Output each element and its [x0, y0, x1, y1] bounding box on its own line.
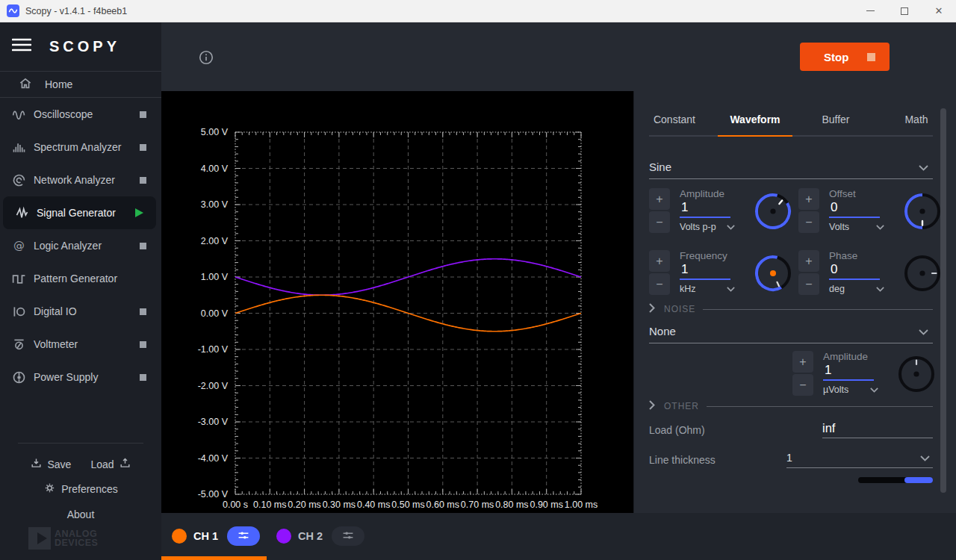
gear-icon — [43, 482, 56, 497]
channel-2-color-dot — [276, 529, 291, 544]
amplitude-decrement-button[interactable]: − — [649, 211, 670, 233]
oscilloscope-icon — [10, 107, 27, 122]
load-icon — [119, 457, 131, 472]
noise-amplitude-increment-button[interactable]: + — [792, 351, 813, 373]
preferences-button[interactable]: Preferences — [0, 482, 161, 497]
stop-indicator[interactable] — [140, 144, 146, 151]
window-titlebar: Scopy - v1.4.1 - f4beeb1 ✕ — [0, 0, 956, 22]
frequency-decrement-button[interactable]: − — [649, 273, 670, 295]
phase-control: + − Phase 0 deg — [798, 250, 942, 296]
load-label: Load (Ohm) — [649, 424, 705, 436]
frequency-unit-select[interactable]: kHz — [680, 284, 735, 294]
about-link[interactable]: About — [0, 508, 161, 520]
offset-value-input[interactable]: 0 — [829, 199, 880, 218]
sidebar-item-logic-analyzer[interactable]: @ Logic Analyzer — [0, 229, 161, 262]
amplitude-knob[interactable] — [754, 192, 792, 231]
svg-text:0.20 ms: 0.20 ms — [288, 500, 320, 510]
svg-text:-5.00 V: -5.00 V — [198, 489, 229, 500]
stop-indicator-square — [867, 53, 875, 61]
stop-indicator[interactable] — [140, 243, 146, 249]
svg-text:1.00 V: 1.00 V — [201, 272, 229, 282]
stop-indicator[interactable] — [140, 308, 146, 315]
phase-decrement-button[interactable]: − — [798, 273, 819, 295]
noise-section-header[interactable]: NOISE — [649, 302, 933, 316]
noise-amplitude-unit-select[interactable]: µVolts — [823, 385, 878, 395]
other-section-header[interactable]: OTHER — [649, 399, 933, 413]
frequency-knob[interactable] — [754, 254, 792, 293]
channel-2-tab[interactable]: CH 2 — [276, 526, 364, 546]
channel-bar: CH 1 CH 2 — [161, 513, 956, 560]
info-icon[interactable] — [198, 49, 214, 69]
channel-2-settings-button[interactable] — [332, 526, 364, 546]
active-channel-underline — [161, 556, 267, 560]
running-indicator[interactable] — [135, 208, 143, 217]
noise-amplitude-value-input[interactable]: 1 — [823, 362, 874, 381]
amplitude-value-input[interactable]: 1 — [680, 199, 730, 218]
noise-amplitude-knob[interactable] — [897, 355, 936, 393]
network-analyzer-icon — [10, 172, 27, 188]
tab-constant[interactable]: Constant — [634, 105, 715, 134]
menu-hamburger-icon[interactable] — [12, 38, 31, 55]
sidebar-item-home[interactable]: Home — [0, 71, 161, 98]
home-icon — [18, 76, 33, 93]
window-title: Scopy - v1.4.1 - f4beeb1 — [25, 6, 127, 16]
sidebar-item-oscilloscope[interactable]: Oscilloscope — [0, 98, 161, 131]
load-button[interactable]: Load — [90, 457, 131, 472]
tab-buffer[interactable]: Buffer — [795, 105, 876, 134]
load-value-input[interactable]: inf — [822, 421, 933, 438]
stop-indicator[interactable] — [140, 177, 146, 184]
digital-io-icon — [10, 304, 27, 320]
frequency-increment-button[interactable]: + — [649, 250, 670, 272]
waveform-tabs: Constant Waveform Buffer Math — [634, 105, 956, 134]
signal-plot[interactable]: 5.00 V4.00 V3.00 V2.00 V1.00 V0.00 V-1.0… — [161, 91, 633, 513]
sidebar-item-pattern-generator[interactable]: Pattern Generator — [0, 262, 161, 295]
minimize-button[interactable] — [853, 0, 887, 22]
amplitude-increment-button[interactable]: + — [649, 188, 670, 210]
phase-unit-select[interactable]: deg — [829, 284, 884, 294]
channel-1-settings-button[interactable] — [227, 526, 260, 546]
noise-amplitude-decrement-button[interactable]: − — [792, 374, 813, 396]
svg-text:0.70 ms: 0.70 ms — [461, 500, 494, 510]
scopy-logo: SCOPY — [49, 38, 120, 55]
tab-waveform[interactable]: Waveform — [715, 105, 795, 134]
waveform-type-select[interactable]: Sine — [649, 155, 933, 179]
sidebar: SCOPY Home Oscilloscope Spectrum Analyze… — [0, 22, 161, 560]
spectrum-analyzer-icon — [10, 140, 27, 155]
chevron-down-icon — [727, 284, 735, 294]
analog-devices-icon — [28, 527, 51, 550]
phase-knob[interactable] — [903, 254, 942, 293]
sidebar-item-power-supply[interactable]: Power Supply — [0, 361, 161, 393]
offset-unit-select[interactable]: Volts — [829, 222, 884, 232]
close-button[interactable]: ✕ — [922, 0, 956, 22]
sidebar-item-network-analyzer[interactable]: Network Analyzer — [0, 164, 161, 196]
phase-value-input[interactable]: 0 — [829, 261, 880, 280]
horizontal-slider-track[interactable] — [858, 477, 933, 483]
sidebar-item-spectrum-analyzer[interactable]: Spectrum Analyzer — [0, 131, 161, 164]
stop-button[interactable]: Stop — [800, 43, 890, 71]
stop-indicator[interactable] — [140, 111, 146, 118]
sidebar-divider — [18, 443, 143, 444]
channel-1-color-dot — [172, 529, 187, 544]
offset-increment-button[interactable]: + — [798, 188, 819, 210]
phase-increment-button[interactable]: + — [798, 250, 819, 272]
svg-text:0.10 ms: 0.10 ms — [253, 500, 286, 510]
sidebar-item-voltmeter[interactable]: Voltmeter — [0, 328, 161, 361]
channel-1-tab[interactable]: CH 1 — [172, 526, 260, 546]
stop-indicator[interactable] — [140, 341, 146, 348]
offset-decrement-button[interactable]: − — [798, 211, 819, 233]
frequency-value-input[interactable]: 1 — [680, 261, 730, 280]
sidebar-item-digital-io[interactable]: Digital IO — [0, 295, 161, 328]
amplitude-unit-select[interactable]: Volts p-p — [680, 222, 735, 232]
signal-generator-icon — [13, 205, 30, 221]
offset-knob[interactable] — [903, 192, 942, 231]
chevron-down-icon — [919, 161, 928, 173]
maximize-button[interactable] — [887, 0, 922, 22]
chevron-down-icon — [920, 452, 930, 464]
line-thickness-select[interactable]: 1 — [786, 452, 933, 468]
horizontal-slider-handle[interactable] — [904, 477, 933, 483]
sidebar-item-signal-generator[interactable]: Signal Generator — [3, 196, 156, 229]
stop-indicator[interactable] — [140, 374, 146, 381]
panel-scrollbar[interactable] — [940, 108, 946, 493]
save-button[interactable]: Save — [30, 457, 71, 472]
noise-type-select[interactable]: None — [649, 320, 933, 343]
